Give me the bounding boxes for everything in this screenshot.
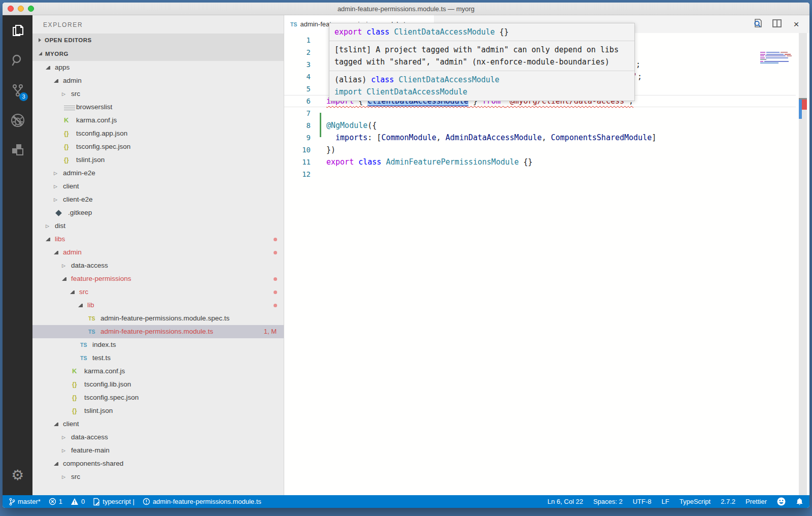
tree-item-admin-e2e[interactable]: ▷admin-e2e — [32, 167, 284, 180]
activity-search[interactable] — [3, 45, 32, 75]
activity-explorer[interactable] — [3, 15, 32, 45]
tree-item-browserslist[interactable]: browserslist — [32, 101, 284, 114]
git-added-gutter-indicator — [320, 113, 321, 137]
twisty-collapsed-icon: ▷ — [62, 87, 70, 101]
tree-item-label: feature-permissions — [71, 272, 131, 285]
code-line-10[interactable]: 10}) — [284, 144, 809, 156]
info-circle-icon — [143, 498, 150, 505]
tree-item-client-e2e[interactable]: ▷client-e2e — [32, 193, 284, 206]
tree-item-data-access[interactable]: ▷data-access — [32, 431, 284, 444]
tree-item-karma.conf.js[interactable]: Kkarma.conf.js — [32, 114, 284, 127]
ts-file-icon: TS — [80, 338, 91, 351]
status-right-lf[interactable]: LF — [662, 498, 669, 505]
tree-item-label: tsconfig.app.json — [76, 127, 127, 140]
ts-spec-file-icon: TS — [88, 312, 99, 325]
workspace-root-header[interactable]: MYORG — [32, 47, 284, 61]
tree-item-admin[interactable]: admin — [32, 246, 284, 259]
code-line-12[interactable]: 12 — [284, 168, 809, 180]
tree-item-index.ts[interactable]: TSindex.ts — [32, 338, 284, 351]
search-icon — [10, 53, 25, 68]
tree-item-components-shared[interactable]: components-shared — [32, 457, 284, 470]
alias-line: (alias) class ClientDataAccessModule — [334, 74, 629, 86]
code-line-7[interactable]: 7 — [284, 107, 809, 119]
tree-item-src[interactable]: ▷src — [32, 470, 284, 483]
activity-extensions[interactable] — [3, 135, 32, 165]
section-label: OPEN EDITORS — [45, 34, 92, 47]
tree-item-data-access[interactable]: ▷data-access — [32, 259, 284, 272]
open-preview-button[interactable] — [752, 18, 764, 30]
linter-status[interactable]: typescript | — [93, 498, 134, 506]
line-number: 5 — [284, 83, 311, 95]
problems-indicator[interactable]: 1 0 — [49, 498, 85, 505]
tree-item-label: tslint.json — [84, 404, 113, 417]
activity-debug[interactable] — [3, 105, 32, 135]
tree-item-libs[interactable]: libs — [32, 233, 284, 246]
line-number: 4 — [284, 71, 311, 83]
vscode-window: admin-feature-permissions.module.ts — my… — [3, 3, 809, 508]
tree-item-admin[interactable]: admin — [32, 74, 284, 87]
tree-item-dist[interactable]: ▷dist — [32, 219, 284, 233]
code-line-11[interactable]: 11export class AdminFeaturePermissionsMo… — [284, 156, 809, 168]
hover-lint-message: [tslint] A project tagged with "admin" c… — [329, 41, 634, 71]
status-right-prettier[interactable]: Prettier — [746, 498, 767, 505]
tree-item-tsconfig.app.json[interactable]: {}tsconfig.app.json — [32, 127, 284, 140]
code-area[interactable]: 123;4';56import { ClientDataAccessModule… — [284, 33, 809, 495]
tree-item-test.ts[interactable]: TStest.ts — [32, 351, 284, 365]
scrollbar[interactable] — [799, 33, 807, 495]
code-token: ; — [636, 60, 640, 69]
open-editors-header[interactable]: OPEN EDITORS — [32, 34, 284, 47]
tree-item-label: client — [63, 417, 79, 431]
code-token: imports — [335, 133, 367, 142]
tree-item-tsconfig.spec.json[interactable]: {}tsconfig.spec.json — [32, 391, 284, 404]
code-token: export — [334, 27, 362, 37]
code-token: ClientDataAccessModule — [394, 27, 495, 37]
feedback-smiley-button[interactable] — [777, 497, 786, 506]
tree-item-client[interactable]: ▷client — [32, 180, 284, 193]
tree-item-admin-feature-permissions.module.spec.ts[interactable]: TSadmin-feature-permissions.module.spec.… — [32, 312, 284, 325]
code-token — [354, 157, 358, 167]
code-token: import — [334, 87, 362, 96]
tree-item-tsconfig.lib.json[interactable]: {}tsconfig.lib.json — [32, 378, 284, 391]
tree-item-apps[interactable]: apps — [32, 61, 284, 74]
tree-item-tsconfig.spec.json[interactable]: {}tsconfig.spec.json — [32, 140, 284, 153]
tree-item-karma.conf.js[interactable]: Kkarma.conf.js — [32, 365, 284, 378]
tree-item-lib[interactable]: lib — [32, 299, 284, 312]
files-icon — [10, 23, 25, 38]
tree-item-label: tsconfig.lib.json — [84, 378, 131, 391]
tree-item-tslint.json[interactable]: {}tslint.json — [32, 404, 284, 417]
window-title: admin-feature-permissions.module.ts — my… — [3, 3, 809, 15]
settings-gear-button[interactable]: ⚙ — [3, 464, 32, 486]
close-tab-button[interactable]: × — [790, 18, 802, 30]
status-right-utf-8[interactable]: UTF-8 — [633, 498, 652, 505]
code-line-9[interactable]: 9 imports: [CommonModule, AdminDataAcces… — [284, 132, 809, 144]
alias-line: import ClientDataAccessModule — [334, 86, 629, 98]
tree-item-src[interactable]: src — [32, 285, 284, 299]
tree-item-tslint.json[interactable]: {}tslint.json — [32, 153, 284, 167]
tree-item-.gitkeep[interactable]: .gitkeep — [32, 206, 284, 219]
tree-item-src[interactable]: ▷src — [32, 87, 284, 101]
status-right-spaces-2[interactable]: Spaces: 2 — [593, 498, 623, 505]
activity-source-control[interactable]: 3 — [3, 75, 32, 105]
smiley-icon — [777, 497, 786, 506]
status-right-2-7-2[interactable]: 2.7.2 — [721, 498, 735, 505]
tree-item-admin-feature-permissions.module.ts[interactable]: TSadmin-feature-permissions.module.ts1, … — [32, 325, 284, 338]
lint-message-line: [tslint] A project tagged with "admin" c… — [334, 44, 629, 56]
status-right-typescript[interactable]: TypeScript — [680, 498, 710, 505]
code-token: ; — [637, 72, 642, 81]
extensions-icon — [10, 143, 25, 158]
tree-item-client[interactable]: client — [32, 417, 284, 431]
notifications-bell-button[interactable] — [796, 498, 803, 506]
git-branch-icon — [9, 498, 15, 506]
branch-indicator[interactable]: master* — [9, 498, 41, 506]
code-token: AdminFeaturePermissionsModule — [386, 157, 519, 167]
section-label: MYORG — [45, 47, 69, 60]
twisty-expanded-icon — [54, 462, 58, 466]
status-right-ln-6-col-22[interactable]: Ln 6, Col 22 — [548, 498, 583, 505]
split-editor-button[interactable] — [771, 18, 783, 30]
tree-item-feature-main[interactable]: ▷feature-main — [32, 444, 284, 457]
tree-item-feature-permissions[interactable]: feature-permissions — [32, 272, 284, 285]
file-problems-status[interactable]: admin-feature-permissions.module.ts — [143, 498, 261, 505]
minimap[interactable] — [760, 52, 793, 65]
code-token: ComponentsSharedModule — [551, 133, 652, 142]
code-line-8[interactable]: 8@NgModule({ — [284, 119, 809, 132]
